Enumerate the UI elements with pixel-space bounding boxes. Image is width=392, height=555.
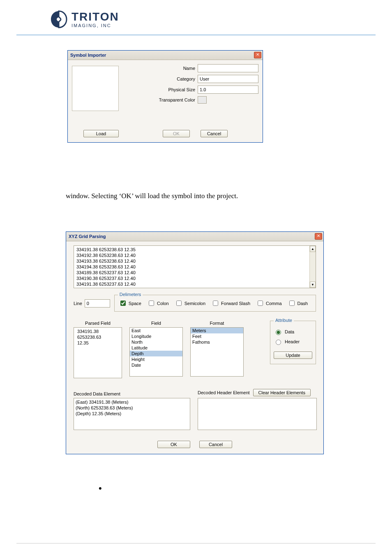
line-field[interactable] bbox=[85, 299, 110, 308]
cancel-button[interactable]: Cancel bbox=[199, 441, 232, 448]
delimiter-forwardSlash-checkbox[interactable]: Forward Slash bbox=[211, 299, 250, 307]
list-item[interactable]: Depth bbox=[130, 351, 182, 356]
symbol-importer-dialog: Symbol Importer ✕ Name Category bbox=[67, 50, 263, 143]
page-header: TRITON IMAGING, INC bbox=[0, 0, 392, 29]
title-bar[interactable]: XYZ Grid Parsing ✕ bbox=[66, 232, 323, 241]
ok-button[interactable]: OK bbox=[163, 130, 190, 137]
physical-size-label: Physical Size bbox=[121, 87, 198, 92]
transparent-color-swatch[interactable] bbox=[198, 96, 207, 104]
line-label: Line bbox=[74, 301, 82, 306]
parsed-field-header: Parsed Field bbox=[74, 321, 122, 326]
list-item[interactable]: Date bbox=[130, 362, 182, 368]
delimiter-space-checkbox[interactable]: Space bbox=[119, 299, 141, 307]
attribute-group-title: Attribute bbox=[274, 318, 294, 323]
format-listbox[interactable]: MetersFeetFathoms bbox=[190, 327, 244, 377]
title-bar[interactable]: Symbol Importer ✕ bbox=[68, 51, 263, 60]
decoded-header-box[interactable] bbox=[198, 398, 317, 430]
clear-header-elements-button[interactable]: Clear Header Elements bbox=[253, 389, 311, 396]
format-header: Format bbox=[190, 321, 244, 326]
xyz-grid-parsing-dialog: XYZ Grid Parsing ✕ 334191.38 6253238.63 … bbox=[66, 231, 324, 454]
close-icon[interactable]: ✕ bbox=[315, 233, 322, 240]
load-button[interactable]: Load bbox=[83, 130, 119, 137]
name-field[interactable] bbox=[198, 64, 258, 72]
dialog-title: XYZ Grid Parsing bbox=[69, 234, 106, 239]
body-paragraph: window. Selecting ‘OK’ will load the sym… bbox=[66, 192, 376, 200]
category-label: Category bbox=[121, 76, 198, 81]
footer-divider bbox=[16, 543, 376, 543]
delimiters-group: Delimeters SpaceColonSemicolonForward Sl… bbox=[114, 295, 316, 312]
list-item[interactable]: Longitude bbox=[130, 333, 182, 339]
field-listbox[interactable]: EastLongitudeNorthLatitudeDepthHeightDat… bbox=[129, 327, 183, 377]
delimiter-colon-checkbox[interactable]: Colon bbox=[147, 299, 169, 307]
physical-size-field[interactable] bbox=[198, 86, 258, 94]
list-item[interactable]: Meters bbox=[191, 328, 243, 333]
close-icon[interactable]: ✕ bbox=[254, 52, 261, 58]
bullet-point: • bbox=[99, 483, 376, 494]
delimiters-group-title: Delimeters bbox=[118, 292, 143, 297]
category-field[interactable] bbox=[198, 75, 258, 83]
update-button[interactable]: Update bbox=[274, 352, 312, 359]
decoded-header-header: Decoded Header Element bbox=[198, 390, 250, 395]
cancel-button[interactable]: Cancel bbox=[201, 130, 228, 137]
attribute-data-radio[interactable]: Data bbox=[274, 328, 312, 335]
list-item[interactable]: 12.35 bbox=[76, 340, 120, 346]
decoded-data-header: Decoded Data Element bbox=[74, 391, 190, 396]
scrollbar[interactable]: ▲ ▼ bbox=[309, 246, 316, 288]
transparent-color-label: Transparent Color bbox=[121, 97, 198, 102]
raw-data-textarea[interactable]: 334191.38 6253238.63 12.35 334192.38 625… bbox=[74, 245, 316, 288]
ok-button[interactable]: OK bbox=[157, 441, 190, 448]
brand-tagline: IMAGING, INC bbox=[71, 23, 119, 28]
list-item[interactable]: 6253238.63 bbox=[76, 334, 120, 340]
dialog-title: Symbol Importer bbox=[70, 53, 106, 58]
list-item[interactable]: Latitude bbox=[130, 345, 182, 351]
list-item[interactable]: Height bbox=[130, 356, 182, 362]
list-item[interactable]: East bbox=[130, 328, 182, 333]
delimiter-dash-checkbox[interactable]: Dash bbox=[288, 299, 308, 307]
delimiter-comma-checkbox[interactable]: Comma bbox=[256, 299, 282, 307]
list-item[interactable]: Fathoms bbox=[191, 339, 243, 345]
symbol-preview bbox=[72, 66, 119, 111]
delimiter-semicolon-checkbox[interactable]: Semicolon bbox=[175, 299, 205, 307]
attribute-header-radio[interactable]: Header bbox=[274, 338, 312, 345]
triton-logo-icon bbox=[49, 10, 68, 29]
list-item[interactable]: Feet bbox=[191, 333, 243, 339]
decoded-data-box[interactable]: (East) 334191.38 (Meters)(North) 6253238… bbox=[74, 398, 190, 430]
field-header: Field bbox=[129, 321, 183, 326]
name-label: Name bbox=[121, 66, 198, 71]
brand-name: TRITON bbox=[71, 11, 119, 23]
list-item[interactable]: North bbox=[130, 339, 182, 345]
scroll-down-icon[interactable]: ▼ bbox=[310, 282, 316, 288]
parsed-field-listbox[interactable]: 334191.386253238.6312.35 bbox=[74, 327, 122, 378]
scroll-up-icon[interactable]: ▲ bbox=[310, 246, 316, 252]
header-divider bbox=[16, 35, 376, 35]
logo: TRITON IMAGING, INC bbox=[49, 10, 392, 29]
list-item[interactable]: 334191.38 bbox=[76, 328, 120, 334]
attribute-group: Attribute Data Header Update bbox=[270, 321, 316, 364]
